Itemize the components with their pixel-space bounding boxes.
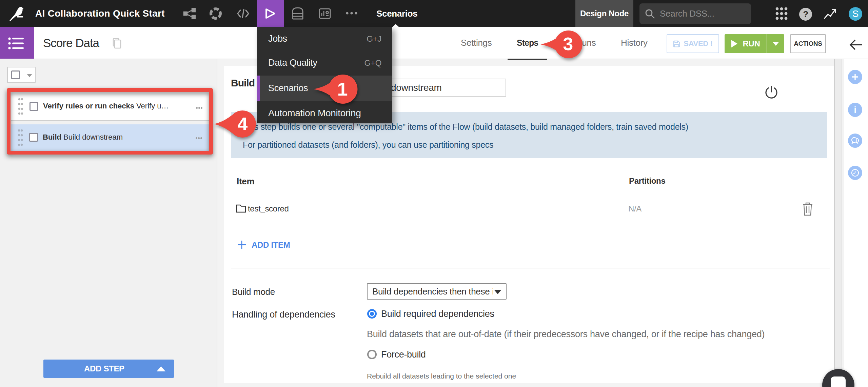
svg-text:1: 1 [337, 78, 348, 100]
svg-text:4: 4 [237, 114, 248, 134]
svg-text:3: 3 [563, 34, 573, 54]
